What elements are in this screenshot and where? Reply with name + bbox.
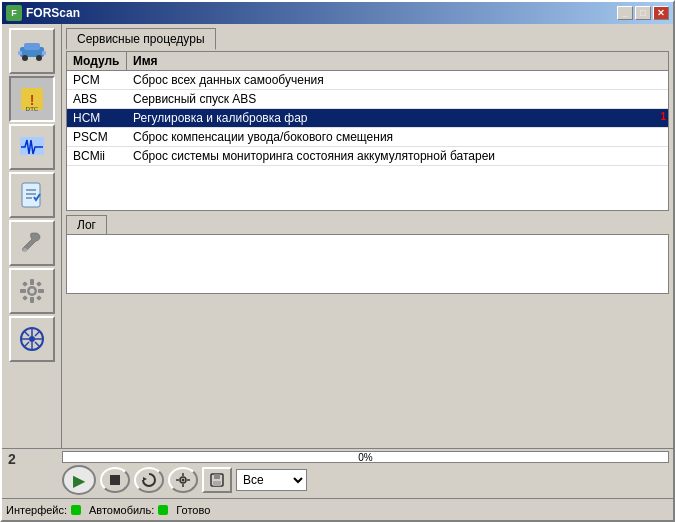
minimize-button[interactable]: _ [617,6,633,20]
svg-line-32 [24,331,29,336]
toolbar: ▶ [2,463,673,497]
svg-rect-22 [22,281,28,287]
status-bar: Интерфейс: Автомобиль: Готово [2,498,673,520]
close-button[interactable]: ✕ [653,6,669,20]
settings-icon [175,472,191,488]
row-1-module: ABS [67,90,127,108]
stop-icon [107,472,123,488]
filter-dropdown[interactable]: Все Ошибки Инфо [236,469,307,491]
svg-rect-5 [42,51,46,55]
title-bar: F FORScan _ □ ✕ [2,2,673,24]
table-row[interactable]: PSCM Сброс компенсации увода/бокового см… [67,128,668,147]
service-procedures-panel: Модуль Имя PCM Сброс всех данных самообу… [66,51,669,211]
sidebar-item-dtc[interactable]: ! DTC [9,76,55,122]
col-module: Модуль [67,52,127,70]
table-row[interactable]: PCM Сброс всех данных самообучения [67,71,668,90]
col-name: Имя [127,52,668,70]
main-content-area: Сервисные процедуры Модуль Имя PCM Сброс… [62,24,673,448]
row-3-module: PSCM [67,128,127,146]
oscilloscope-icon [18,133,46,161]
sidebar-item-wrench[interactable] [9,220,55,266]
window-controls: _ □ ✕ [617,6,669,20]
row-4-module: BCMii [67,147,127,165]
car-indicator [158,505,168,515]
svg-rect-24 [22,295,28,301]
tab-bar: Сервисные процедуры [66,28,669,49]
svg-point-17 [29,289,34,294]
gear-icon [18,277,46,305]
title-bar-content: F FORScan [6,5,80,21]
sidebar-item-car[interactable] [9,28,55,74]
wheel-icon [18,325,46,353]
log-panel [66,234,669,294]
car-icon [18,37,46,65]
play-button[interactable]: ▶ [62,465,96,495]
table-row[interactable]: BCMii Сброс системы мониторинга состояни… [67,147,668,166]
progress-area: 0% [2,449,673,463]
svg-line-33 [35,342,40,347]
svg-point-3 [36,55,42,61]
row-0-module: PCM [67,71,127,89]
settings-button[interactable] [168,467,198,493]
svg-rect-23 [36,281,42,287]
table-row-selected[interactable]: HCM Регулировка и калибровка фар 1 [67,109,668,128]
svg-rect-21 [38,289,44,293]
svg-rect-19 [30,297,34,303]
content-area: ! DTC [2,24,673,448]
spacer [66,295,669,444]
svg-point-39 [182,479,185,482]
sidebar-item-oscilloscope[interactable] [9,124,55,170]
row-0-name: Сброс всех данных самообучения [127,71,668,89]
ready-status: Готово [176,504,210,516]
main-window: F FORScan _ □ ✕ [0,0,675,522]
log-section: Лог [66,215,669,295]
svg-point-2 [22,55,28,61]
refresh-button[interactable] [134,467,164,493]
svg-rect-45 [214,474,220,479]
ready-label: Готово [176,504,210,516]
save-button[interactable] [202,467,232,493]
sidebar-item-checklist[interactable] [9,172,55,218]
car-status: Автомобиль: [89,504,168,516]
badge-1: 1 [660,111,666,122]
row-2-module: HCM [67,109,127,127]
car-label: Автомобиль: [89,504,154,516]
save-icon [209,472,225,488]
svg-text:DTC: DTC [25,106,38,112]
svg-rect-18 [30,279,34,285]
app-icon: F [6,5,22,21]
svg-line-34 [35,331,40,336]
svg-rect-1 [24,43,40,50]
dtc-icon: ! DTC [18,85,46,113]
svg-rect-36 [110,475,120,485]
sidebar-item-wheel[interactable] [9,316,55,362]
interface-status: Интерфейс: [6,504,81,516]
bottom-toolbar: 2 0% ▶ [2,448,673,498]
svg-line-35 [24,342,29,347]
svg-point-27 [29,336,35,342]
wrench-icon [18,229,46,257]
row-3-name: Сброс компенсации увода/бокового смещени… [127,128,668,146]
log-tab[interactable]: Лог [66,215,107,234]
restore-button[interactable]: □ [635,6,651,20]
table-body: PCM Сброс всех данных самообучения ABS С… [67,71,668,210]
svg-rect-4 [18,51,22,55]
sidebar-item-gear[interactable] [9,268,55,314]
svg-rect-20 [20,289,26,293]
interface-label: Интерфейс: [6,504,67,516]
progress-text: 0% [63,452,668,464]
progress-bar: 0% [62,451,669,463]
sidebar: ! DTC [2,24,62,448]
app-title: FORScan [26,6,80,20]
row-1-name: Сервисный спуск ABS [127,90,668,108]
svg-point-15 [23,248,27,252]
log-tab-bar: Лог [66,215,669,234]
table-row[interactable]: ABS Сервисный спуск ABS [67,90,668,109]
stop-button[interactable] [100,467,130,493]
refresh-icon [141,472,157,488]
badge-2: 2 [8,451,16,467]
table-header: Модуль Имя [67,52,668,71]
svg-rect-10 [22,183,40,207]
svg-marker-37 [143,477,147,481]
tab-service-procedures[interactable]: Сервисные процедуры [66,28,216,50]
